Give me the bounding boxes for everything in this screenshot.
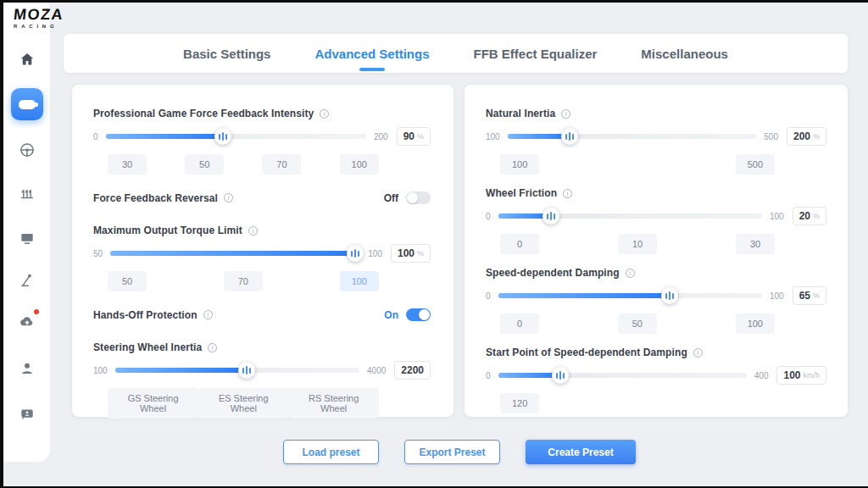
control-header: Start Point of Speed-dependent Damping i bbox=[486, 347, 826, 358]
preset-button[interactable]: 50 bbox=[108, 271, 147, 291]
preset-button[interactable]: GS Steering Wheel bbox=[108, 388, 198, 419]
slider-handle[interactable] bbox=[347, 245, 364, 262]
preset-button[interactable]: 30 bbox=[108, 154, 147, 175]
control-header: Force Feedback Reversal i bbox=[93, 192, 233, 204]
tab-advanced-settings[interactable]: Advanced Settings bbox=[313, 43, 431, 64]
slider-track[interactable] bbox=[498, 293, 762, 298]
slider-fill bbox=[508, 134, 570, 139]
slider-track[interactable] bbox=[498, 214, 762, 219]
preset-button[interactable]: 100 bbox=[340, 154, 379, 175]
info-icon[interactable]: i bbox=[563, 189, 572, 198]
slider-max-label: 4000 bbox=[367, 366, 386, 375]
control-header: Wheel Friction i bbox=[486, 187, 826, 199]
slider-control: Wheel Friction i 0 100 20 % 01030 bbox=[486, 187, 826, 254]
info-icon[interactable]: i bbox=[561, 109, 570, 119]
export-preset-button[interactable]: Export Preset bbox=[404, 440, 500, 464]
preset-button[interactable]: 500 bbox=[736, 154, 775, 175]
slider-track[interactable] bbox=[106, 134, 366, 139]
slider-handle[interactable] bbox=[561, 128, 578, 145]
info-icon[interactable]: i bbox=[626, 269, 635, 278]
sidebar-item-pedals[interactable] bbox=[11, 178, 43, 210]
value-input[interactable]: 20 % bbox=[793, 207, 826, 225]
toggle-switch[interactable] bbox=[406, 191, 431, 204]
slider-row: 100 4000 2200 bbox=[93, 361, 431, 380]
value-text: 65 bbox=[799, 290, 810, 302]
value-text: 200 bbox=[793, 130, 810, 142]
info-icon[interactable]: i bbox=[208, 343, 217, 352]
preset-button[interactable]: 100 bbox=[340, 271, 379, 291]
preset-button[interactable]: 50 bbox=[185, 154, 224, 175]
info-icon[interactable]: i bbox=[224, 193, 233, 202]
preset-button[interactable]: 70 bbox=[224, 271, 263, 291]
slider-track[interactable] bbox=[508, 134, 757, 139]
value-input[interactable]: 100 km/h bbox=[776, 366, 826, 385]
preset-button[interactable]: 100 bbox=[500, 154, 539, 175]
preset-row: 5070100 bbox=[108, 271, 379, 291]
tab-ffb-effect-equalizer[interactable]: FFB Effect Equalizer bbox=[472, 43, 599, 64]
value-input[interactable]: 100 % bbox=[391, 244, 431, 263]
preset-button[interactable]: 0 bbox=[500, 313, 539, 334]
info-icon[interactable]: i bbox=[320, 109, 329, 119]
tab-basic-settings[interactable]: Basic Settings bbox=[181, 43, 272, 64]
value-input[interactable]: 65 % bbox=[793, 286, 826, 305]
toggle-knob bbox=[407, 192, 418, 203]
toggle-control: Hands-Off Protection i On bbox=[93, 308, 431, 321]
preset-button[interactable]: 120 bbox=[500, 393, 539, 413]
left-settings-panel: Professional Game Force Feedback Intensi… bbox=[72, 85, 453, 417]
info-icon[interactable]: i bbox=[693, 348, 703, 358]
preset-row: 100500 bbox=[500, 154, 775, 175]
sidebar-item-monitor[interactable] bbox=[11, 222, 43, 254]
value-unit: % bbox=[813, 291, 820, 300]
control-header: Hands-Off Protection i bbox=[93, 309, 213, 321]
slider-control: Steering Wheel Inertia i 100 4000 2200 G… bbox=[93, 341, 431, 419]
slider-control: Professional Game Force Feedback Intensi… bbox=[93, 108, 431, 175]
value-input[interactable]: 200 % bbox=[787, 127, 826, 146]
value-input[interactable]: 90 % bbox=[397, 127, 431, 146]
value-unit: % bbox=[417, 132, 424, 141]
sidebar-item-feedback[interactable] bbox=[11, 398, 43, 430]
sidebar-item-steering-wheel[interactable] bbox=[11, 134, 43, 166]
toggle-switch[interactable] bbox=[406, 308, 431, 321]
sidebar-item-shifter[interactable] bbox=[11, 264, 43, 297]
slider-track[interactable] bbox=[110, 251, 360, 256]
slider-handle[interactable] bbox=[238, 362, 255, 379]
value-unit: % bbox=[813, 132, 820, 141]
slider-fill bbox=[115, 368, 248, 373]
preset-button[interactable]: 0 bbox=[500, 234, 539, 254]
slider-handle[interactable] bbox=[661, 287, 678, 304]
value-text: 20 bbox=[799, 210, 810, 222]
sidebar-item-updates[interactable] bbox=[11, 306, 43, 338]
slider-track[interactable] bbox=[115, 368, 359, 373]
slider-max-label: 100 bbox=[770, 291, 784, 301]
control-label: Natural Inertia bbox=[486, 108, 555, 119]
toggle-state-label: On bbox=[384, 309, 398, 321]
value-input[interactable]: 2200 bbox=[394, 361, 431, 380]
preset-button[interactable]: 50 bbox=[618, 313, 657, 334]
info-icon[interactable]: i bbox=[248, 226, 258, 236]
toggle-group: Off bbox=[384, 191, 431, 204]
sidebar-item-account[interactable] bbox=[11, 352, 43, 385]
tab-miscellaneous[interactable]: Miscellaneous bbox=[639, 43, 730, 64]
preset-button[interactable]: 10 bbox=[618, 234, 657, 254]
control-label: Force Feedback Reversal bbox=[93, 192, 218, 204]
sidebar-item-home[interactable] bbox=[11, 43, 43, 75]
slider-track[interactable] bbox=[498, 373, 747, 378]
preset-button[interactable]: RS Steering Wheel bbox=[288, 388, 379, 419]
monitor-icon bbox=[19, 230, 36, 247]
control-label: Hands-Off Protection bbox=[93, 309, 198, 321]
create-preset-button[interactable]: Create Preset bbox=[526, 440, 636, 464]
preset-row: 050100 bbox=[500, 313, 775, 334]
info-icon[interactable]: i bbox=[203, 310, 213, 319]
slider-handle[interactable] bbox=[542, 208, 559, 225]
preset-button[interactable]: 70 bbox=[262, 154, 301, 175]
preset-button[interactable]: 100 bbox=[736, 313, 775, 334]
slider-handle[interactable] bbox=[214, 128, 231, 145]
slider-control: Start Point of Speed-dependent Damping i… bbox=[486, 347, 826, 413]
slider-handle[interactable] bbox=[552, 367, 569, 384]
preset-button[interactable]: ES Steering Wheel bbox=[198, 388, 288, 419]
control-label: Speed-dependent Damping bbox=[486, 267, 620, 279]
toggle-state-label: Off bbox=[384, 192, 398, 204]
preset-button[interactable]: 30 bbox=[736, 234, 775, 254]
load-preset-button[interactable]: Load preset bbox=[283, 440, 379, 464]
sidebar-item-wheelbase[interactable] bbox=[11, 88, 43, 120]
